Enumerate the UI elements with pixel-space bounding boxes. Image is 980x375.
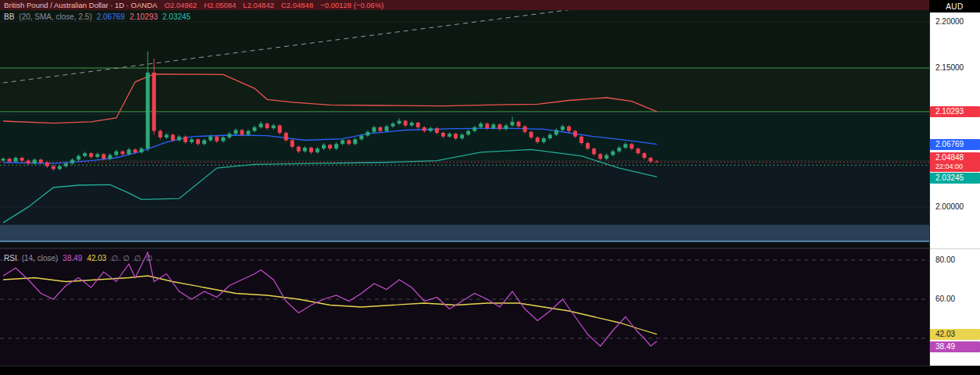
chart-canvas[interactable] [0,0,929,375]
time-axis[interactable] [0,366,980,375]
bb-upper-value: 2.10293 [130,12,158,21]
bb-params: (20, SMA, close, 2.5) [19,12,91,21]
rsi-value: 38.49 [62,254,82,262]
bb-indicator-legend[interactable]: BB (20, SMA, close, 2.5) 2.06769 2.10293… [4,12,191,21]
ohlc-close: C2.04848 [281,1,313,9]
symbol-title[interactable]: British Pound / Australian Dollar · 1D ·… [4,1,157,9]
rsi-empty-slot: ∅ [134,254,141,262]
price-axis[interactable]: AUD 2.200002.150002.000002.102932.067692… [929,0,980,366]
axis-pane-divider [930,248,980,249]
rsi-empty-slot: ∅ [111,254,118,262]
symbol-info-bar[interactable]: British Pound / Australian Dollar · 1D ·… [0,0,929,10]
axis-price-chip: 2.03245 [930,173,980,184]
price-change: −0.00128 (−0.06%) [320,1,383,9]
axis-rsi-chip: 42.03 [930,329,980,340]
rsi-indicator-legend[interactable]: RSI (14, close) 38.49 42.03 ∅ ∅ ∅ ∅ [4,254,152,262]
trading-chart-window: British Pound / Australian Dollar · 1D ·… [0,0,980,375]
rsi-label[interactable]: RSI [4,254,17,262]
axis-price-tick: 2.15000 [930,63,980,73]
axis-price-chip: 2.06769 [930,139,980,150]
bb-label[interactable]: BB [4,12,14,21]
ohlc-low: L2.04842 [243,1,274,9]
axis-rsi-tick: 60.00 [930,295,980,304]
axis-price-chip: 2.10293 [930,106,980,117]
ohlc-high: H2.05084 [204,1,236,9]
axis-price-tick: 2.00000 [930,202,980,212]
rsi-empty-slot: ∅ [123,254,130,262]
currency-axis-label[interactable]: AUD [929,0,980,12]
last-price-countdown-chip: 2.0484822:04:00 [930,152,980,172]
axis-rsi-chip: 38.49 [930,341,980,352]
rsi-ma-value: 42.03 [87,254,106,262]
axis-rsi-tick: 80.00 [930,255,980,265]
ohlc-open: O2.04962 [164,1,197,9]
axis-price-tick: 2.20000 [930,17,980,27]
bb-basis-value: 2.06769 [97,12,125,21]
bb-lower-value: 2.03245 [162,12,191,21]
rsi-empty-slot: ∅ [146,254,153,262]
rsi-params: (14, close) [22,254,59,262]
